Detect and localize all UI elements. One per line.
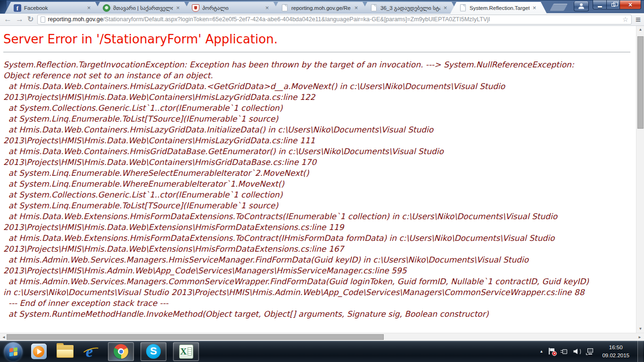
excel-icon: X: [179, 345, 193, 359]
reload-icon[interactable]: ↻: [27, 15, 33, 24]
media-player-button[interactable]: [28, 342, 49, 361]
restore-icon: [611, 3, 615, 7]
taskbar-apps: e S X: [0, 342, 199, 361]
flag-pane: [14, 352, 17, 356]
show-desktop-button[interactable]: [637, 341, 643, 362]
close-icon[interactable]: ×: [86, 5, 92, 11]
clock-date: 09.02.2015: [602, 352, 629, 360]
chrome-taskbar-button[interactable]: [108, 342, 134, 361]
tab-title: პორტალი: [202, 5, 262, 11]
error-page: Server Error in '/StationaryForm' Applic…: [0, 26, 644, 320]
georgia-emblem-icon: [192, 4, 199, 12]
browser-window: f Facebook × მთავარი | საქართველო × პორტ…: [0, 0, 644, 341]
tab-facebook[interactable]: f Facebook ×: [5, 2, 101, 14]
page-content-area: Server Error in '/StationaryForm' Applic…: [0, 26, 644, 341]
tab-server-error-active[interactable]: System.Reflection.TargetI ×: [450, 2, 547, 14]
tray-expand-icon[interactable]: ▲: [540, 349, 544, 354]
flag-pane: [9, 352, 13, 356]
tab-title: System.Reflection.TargetI: [470, 5, 529, 11]
windows-logo-icon: [9, 347, 17, 356]
spreadsheet-grid-icon: [188, 347, 192, 355]
horizontal-scrollbar[interactable]: ◄ ►: [0, 333, 644, 341]
close-icon[interactable]: ×: [264, 5, 270, 11]
scroll-right-icon[interactable]: ►: [636, 335, 644, 339]
tab-title: 36_3 გადაუდებელი სტაც: [380, 5, 440, 11]
taskbar: e S X ▲ ×: [0, 341, 644, 362]
system-tray: ▲ × 16:50 09.02.2015: [540, 341, 644, 362]
address-bar[interactable]: reporting.moh.gov.ge/Stationaryform/Defa…: [37, 15, 632, 25]
restore-button[interactable]: [606, 0, 619, 9]
power-plug-icon[interactable]: [561, 348, 568, 355]
taskbar-clock[interactable]: 16:50 09.02.2015: [599, 344, 632, 359]
chrome-icon: [114, 344, 128, 359]
skype-icon: S: [146, 344, 161, 359]
minimize-button[interactable]: [593, 0, 606, 9]
url-host: reporting.moh.gov.ge: [48, 16, 103, 23]
minimize-icon: [598, 6, 602, 8]
screen: f Facebook × მთავარი | საქართველო × პორტ…: [0, 0, 644, 362]
close-icon[interactable]: ×: [531, 5, 537, 11]
internet-explorer-icon: e: [83, 343, 100, 361]
stack-trace: System.Reflection.TargetInvocationExcept…: [3, 59, 590, 320]
profile-button[interactable]: [574, 1, 589, 11]
tab-strip: f Facebook × მთავარი | საქართველო × პორტ…: [0, 0, 644, 13]
excel-taskbar-button[interactable]: X: [173, 342, 199, 361]
close-window-button[interactable]: ×: [619, 0, 641, 9]
explorer-button[interactable]: [55, 342, 75, 361]
media-player-icon: [31, 344, 47, 359]
scroll-up-icon[interactable]: ▲: [636, 26, 644, 33]
internet-explorer-button[interactable]: e: [81, 342, 102, 361]
forward-icon[interactable]: →: [16, 15, 24, 24]
volume-icon[interactable]: [573, 348, 581, 355]
close-icon[interactable]: ×: [353, 5, 359, 11]
bookmark-star-icon[interactable]: ☆: [622, 16, 628, 23]
scroll-down-icon[interactable]: ▼: [636, 325, 644, 333]
url-path: /Stationaryform/Default.aspx?loginToken=…: [103, 16, 490, 23]
facebook-icon: f: [14, 4, 21, 12]
green-emblem-icon: [103, 4, 110, 12]
new-tab-button[interactable]: [550, 4, 568, 11]
folder-icon: [57, 345, 74, 358]
vertical-scroll-thumb[interactable]: [637, 36, 644, 129]
error-heading: Server Error in '/StationaryForm' Applic…: [3, 32, 635, 46]
divider: [3, 52, 630, 52]
browser-toolbar: ← → ↻ reporting.moh.gov.ge/Stationaryfor…: [0, 13, 644, 26]
start-button[interactable]: [4, 342, 23, 361]
page-favicon-icon: [41, 16, 45, 23]
clock-time: 16:50: [602, 344, 629, 352]
tab-portali[interactable]: პორტალი ×: [183, 2, 280, 14]
horizontal-scroll-thumb[interactable]: [7, 334, 384, 340]
url-text[interactable]: reporting.moh.gov.ge/Stationaryform/Defa…: [48, 16, 620, 23]
tab-title: მთავარი | საქართველო: [113, 5, 173, 11]
skype-taskbar-button[interactable]: S: [140, 342, 166, 361]
blank-page-icon: [282, 4, 288, 11]
blank-page-icon: [460, 4, 466, 11]
back-icon[interactable]: ←: [4, 15, 12, 24]
tab-title: reporting.moh.gov.ge/Re: [291, 5, 351, 11]
tab-mtavari[interactable]: მთავარი | საქართველო ×: [94, 2, 190, 14]
profile-icon: [580, 3, 583, 6]
action-center-flag-icon[interactable]: ×: [548, 348, 555, 355]
error-badge: ×: [552, 351, 557, 356]
tab-36-3-form[interactable]: 36_3 გადაუდებელი სტაც ×: [361, 2, 458, 14]
blank-page-icon: [371, 4, 377, 11]
vertical-scrollbar[interactable]: ▲ ▼: [636, 26, 644, 333]
tab-reporting[interactable]: reporting.moh.gov.ge/Re ×: [272, 2, 369, 14]
chrome-menu-icon[interactable]: ≡: [636, 15, 640, 24]
flag-pane: [14, 347, 17, 351]
window-controls: ×: [574, 0, 641, 11]
tab-title: Facebook: [24, 5, 84, 11]
network-icon[interactable]: [586, 348, 594, 355]
close-icon[interactable]: ×: [175, 5, 181, 11]
close-icon[interactable]: ×: [442, 5, 448, 11]
flag-pane: [9, 348, 13, 352]
